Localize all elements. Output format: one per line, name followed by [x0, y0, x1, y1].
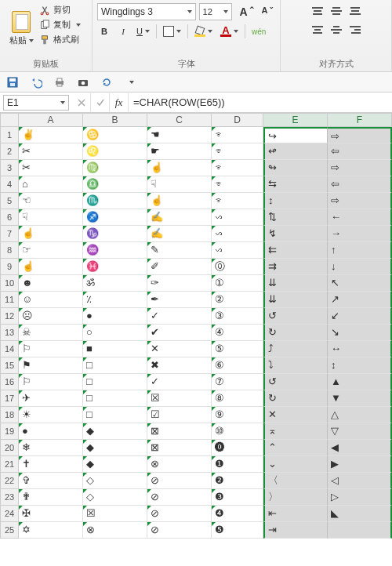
refresh-button[interactable]: [99, 74, 114, 90]
cell-F5[interactable]: ⇨: [328, 193, 392, 209]
cell-F10[interactable]: ↖: [328, 275, 392, 292]
cell-B11[interactable]: ٪: [83, 292, 147, 308]
row-header-8[interactable]: 8: [0, 242, 19, 259]
cell-F9[interactable]: ↓: [328, 259, 392, 275]
cell-A17[interactable]: ✈: [19, 390, 83, 407]
cell-D3[interactable]: ᯤ: [212, 160, 263, 176]
cell-B5[interactable]: ♏: [83, 193, 147, 209]
cell-F16[interactable]: ▲: [328, 374, 392, 390]
cell-A3[interactable]: ✂: [19, 160, 83, 176]
cell-D6[interactable]: ᯀ: [212, 209, 263, 226]
cell-F14[interactable]: ↔: [328, 341, 392, 357]
cell-E13[interactable]: ↻: [263, 325, 328, 341]
cell-A14[interactable]: ⚐: [19, 341, 83, 357]
cell-B4[interactable]: ♎: [83, 176, 147, 193]
cell-E1[interactable]: ↪: [263, 127, 328, 143]
cell-C6[interactable]: ✍: [147, 209, 212, 226]
cell-E12[interactable]: ↺: [263, 308, 328, 325]
cell-C15[interactable]: ✖: [147, 357, 212, 374]
cell-F6[interactable]: ←: [328, 209, 392, 226]
cell-F23[interactable]: ▷: [328, 489, 392, 506]
cell-C7[interactable]: ✍: [147, 226, 212, 242]
cell-D14[interactable]: ⑤: [212, 341, 263, 357]
cell-F7[interactable]: →: [328, 226, 392, 242]
cell-E4[interactable]: ⇆: [263, 176, 328, 193]
cell-D9[interactable]: ⓪: [212, 259, 263, 275]
font-name-input[interactable]: Wingdings 3: [97, 3, 196, 20]
cell-F2[interactable]: ⇦: [328, 143, 392, 160]
cell-E23[interactable]: 〉: [263, 489, 328, 506]
cell-D10[interactable]: ①: [212, 275, 263, 292]
cell-A2[interactable]: ✂: [19, 143, 83, 160]
phonetic-guide-button[interactable]: wén: [250, 24, 267, 39]
cell-A23[interactable]: ✟: [19, 489, 83, 506]
cell-B25[interactable]: ⊗: [83, 522, 147, 539]
cell-E15[interactable]: ⤵: [263, 357, 328, 374]
cell-C13[interactable]: ✔: [147, 325, 212, 341]
cell-A7[interactable]: ☝: [19, 226, 83, 242]
row-header-14[interactable]: 14: [0, 341, 19, 357]
bold-button[interactable]: B: [97, 24, 111, 39]
cell-E24[interactable]: ⇤: [263, 506, 328, 522]
cell-F15[interactable]: ↕: [328, 357, 392, 374]
cell-E10[interactable]: ⇊: [263, 275, 328, 292]
cell-B10[interactable]: ॐ: [83, 275, 147, 292]
cell-D21[interactable]: ❶: [212, 456, 263, 473]
cell-C8[interactable]: ✎: [147, 242, 212, 259]
cell-E16[interactable]: ↺: [263, 374, 328, 390]
cell-E17[interactable]: ↻: [263, 390, 328, 407]
cell-A19[interactable]: ●: [19, 423, 83, 440]
increase-font-button[interactable]: Aˆ: [235, 5, 256, 19]
cell-E22[interactable]: 〈: [263, 473, 328, 489]
align-right-button[interactable]: [347, 22, 364, 38]
italic-button[interactable]: I: [116, 24, 130, 39]
cell-F1[interactable]: ⇨: [328, 127, 392, 143]
row-header-20[interactable]: 20: [0, 440, 19, 456]
paste-button[interactable]: 粘贴: [5, 2, 38, 55]
cell-F3[interactable]: ⇨: [328, 160, 392, 176]
row-header-18[interactable]: 18: [0, 407, 19, 423]
row-header-5[interactable]: 5: [0, 193, 19, 209]
row-header-10[interactable]: 10: [0, 275, 19, 292]
cell-A13[interactable]: ☠: [19, 325, 83, 341]
cell-A9[interactable]: ☝: [19, 259, 83, 275]
cell-C4[interactable]: ☟: [147, 176, 212, 193]
column-header-E[interactable]: E: [263, 113, 328, 127]
cell-D23[interactable]: ❸: [212, 489, 263, 506]
cell-C25[interactable]: ⊘: [147, 522, 212, 539]
cell-A11[interactable]: ☺: [19, 292, 83, 308]
cell-A24[interactable]: ✠: [19, 506, 83, 522]
decrease-font-button[interactable]: Aˇ: [256, 5, 275, 19]
cell-C17[interactable]: ☒: [147, 390, 212, 407]
cell-F18[interactable]: △: [328, 407, 392, 423]
cell-A5[interactable]: ☜: [19, 193, 83, 209]
row-header-16[interactable]: 16: [0, 374, 19, 390]
cell-E18[interactable]: ✕: [263, 407, 328, 423]
cell-D12[interactable]: ③: [212, 308, 263, 325]
cell-B21[interactable]: ◆: [83, 456, 147, 473]
name-box[interactable]: E1: [3, 95, 69, 111]
cell-D22[interactable]: ❷: [212, 473, 263, 489]
cell-A12[interactable]: ☹: [19, 308, 83, 325]
confirm-edit-button[interactable]: [91, 93, 110, 112]
cell-F13[interactable]: ↘: [328, 325, 392, 341]
cell-C10[interactable]: ✑: [147, 275, 212, 292]
font-size-input[interactable]: 12: [199, 3, 232, 20]
undo-button[interactable]: [28, 74, 44, 90]
cell-A6[interactable]: ☟: [19, 209, 83, 226]
column-header-D[interactable]: D: [212, 113, 263, 127]
row-header-4[interactable]: 4: [0, 176, 19, 193]
cell-B23[interactable]: ◇: [83, 489, 147, 506]
cell-F19[interactable]: ▽: [328, 423, 392, 440]
cell-B2[interactable]: ♌: [83, 143, 147, 160]
row-header-13[interactable]: 13: [0, 325, 19, 341]
cell-E7[interactable]: ↯: [263, 226, 328, 242]
cell-B22[interactable]: ◇: [83, 473, 147, 489]
cell-A8[interactable]: ☞: [19, 242, 83, 259]
formula-input[interactable]: =CHAR(ROW(E65)): [129, 93, 392, 112]
cell-C1[interactable]: ☚: [147, 127, 212, 143]
cell-C12[interactable]: ✓: [147, 308, 212, 325]
cell-E6[interactable]: ⇅: [263, 209, 328, 226]
row-header-12[interactable]: 12: [0, 308, 19, 325]
row-header-17[interactable]: 17: [0, 390, 19, 407]
